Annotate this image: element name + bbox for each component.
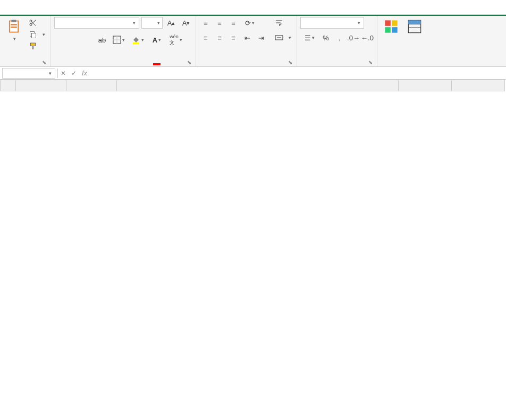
svg-rect-25	[408, 20, 420, 24]
svg-rect-3	[11, 27, 17, 28]
svg-rect-18	[385, 20, 391, 26]
svg-rect-21	[392, 27, 398, 32]
format-painter-button[interactable]	[27, 40, 47, 52]
svg-rect-15	[133, 42, 139, 44]
font-size-select[interactable]: ▾	[141, 17, 163, 29]
col-header[interactable]	[399, 80, 452, 91]
group-styles	[377, 16, 428, 66]
orientation-button[interactable]: ⟳▾	[241, 17, 259, 29]
increase-decimal-button[interactable]: .0→	[347, 32, 360, 44]
select-all-corner[interactable]	[0, 80, 16, 91]
number-format-select[interactable]: ▾	[300, 17, 364, 29]
svg-rect-20	[385, 27, 391, 32]
indent-increase-button[interactable]: ⇥	[255, 32, 267, 44]
comma-button[interactable]: ,	[333, 32, 346, 44]
ribbon: ▾ ▾ ⬊ ▾ ▾ A▴ A▾ ab ▾ ▾	[0, 16, 506, 67]
svg-line-7	[31, 20, 36, 24]
dialog-launcher-icon[interactable]: ⬊	[288, 59, 292, 65]
col-header[interactable]	[117, 80, 399, 91]
phonetic-button[interactable]: wén文▾	[167, 34, 185, 46]
wrap-icon	[275, 19, 283, 27]
cut-button[interactable]	[27, 17, 47, 29]
conditional-format-button[interactable]	[381, 17, 402, 37]
fill-color-button[interactable]: ▾	[129, 34, 147, 46]
group-alignment: ≡ ≡ ≡ ⟳▾ ≡ ≡ ≡ ⇤ ⇥ ▾ ⬊	[196, 16, 297, 66]
border-icon	[113, 36, 121, 44]
col-header[interactable]	[66, 80, 117, 91]
formula-bar: ▾ ✕ ✓ fx	[0, 67, 506, 80]
decrease-decimal-button[interactable]: ←.0	[361, 32, 374, 44]
align-middle-button[interactable]: ≡	[213, 17, 226, 29]
group-font: ▾ ▾ A▴ A▾ ab ▾ ▾ A▾ wén文▾ ⬊	[51, 16, 196, 66]
scissors-icon	[29, 19, 37, 27]
group-number: ▾ ☰▾ % , .0→ ←.0 ⬊	[297, 16, 377, 66]
group-clipboard: ▾ ▾ ⬊	[0, 16, 51, 66]
merge-center-button[interactable]: ▾	[273, 32, 293, 44]
italic-button[interactable]	[68, 34, 81, 46]
dialog-launcher-icon[interactable]: ⬊	[42, 59, 46, 65]
align-center-button[interactable]: ≡	[213, 32, 226, 44]
accept-formula-button[interactable]: ✓	[69, 70, 79, 77]
svg-rect-19	[392, 20, 398, 26]
svg-rect-10	[30, 43, 35, 46]
svg-rect-2	[11, 24, 17, 25]
indent-decrease-button[interactable]: ⇤	[241, 32, 254, 44]
copy-icon	[29, 30, 37, 39]
strikethrough-button[interactable]: ab	[96, 34, 108, 46]
align-left-button[interactable]: ≡	[199, 32, 212, 44]
svg-rect-9	[31, 33, 36, 38]
fx-button[interactable]: fx	[79, 70, 90, 77]
percent-button[interactable]: %	[319, 32, 332, 44]
bucket-icon	[132, 36, 140, 44]
ribbon-tabs	[0, 0, 506, 15]
svg-rect-11	[32, 46, 34, 49]
cancel-formula-button[interactable]: ✕	[58, 70, 69, 77]
align-bottom-button[interactable]: ≡	[227, 17, 240, 29]
brush-icon	[29, 42, 37, 50]
cond-format-icon	[384, 19, 399, 34]
col-header[interactable]	[16, 80, 66, 91]
svg-rect-1	[11, 20, 16, 22]
font-color-button[interactable]: A▾	[148, 34, 166, 46]
svg-line-6	[31, 22, 36, 25]
name-box[interactable]: ▾	[2, 68, 55, 79]
dialog-launcher-icon[interactable]: ⬊	[368, 59, 373, 65]
align-right-button[interactable]: ≡	[227, 32, 240, 44]
table-icon	[407, 19, 422, 34]
copy-button[interactable]: ▾	[27, 29, 47, 40]
format-table-button[interactable]	[404, 17, 425, 37]
underline-button[interactable]	[82, 34, 95, 46]
increase-font-button[interactable]: A▴	[165, 17, 178, 29]
font-name-select[interactable]: ▾	[54, 17, 139, 29]
merge-icon	[275, 33, 283, 42]
clipboard-icon	[6, 19, 21, 34]
dialog-launcher-icon[interactable]: ⬊	[187, 59, 191, 65]
spreadsheet[interactable]	[0, 80, 506, 91]
align-top-button[interactable]: ≡	[199, 17, 212, 29]
border-button[interactable]: ▾	[109, 34, 128, 46]
col-header[interactable]	[452, 80, 505, 91]
bold-button[interactable]	[54, 34, 67, 46]
decrease-font-button[interactable]: A▾	[180, 17, 192, 29]
wrap-text-button[interactable]	[273, 17, 293, 29]
currency-button[interactable]: ☰▾	[300, 32, 318, 44]
paste-button[interactable]: ▾	[3, 17, 24, 44]
